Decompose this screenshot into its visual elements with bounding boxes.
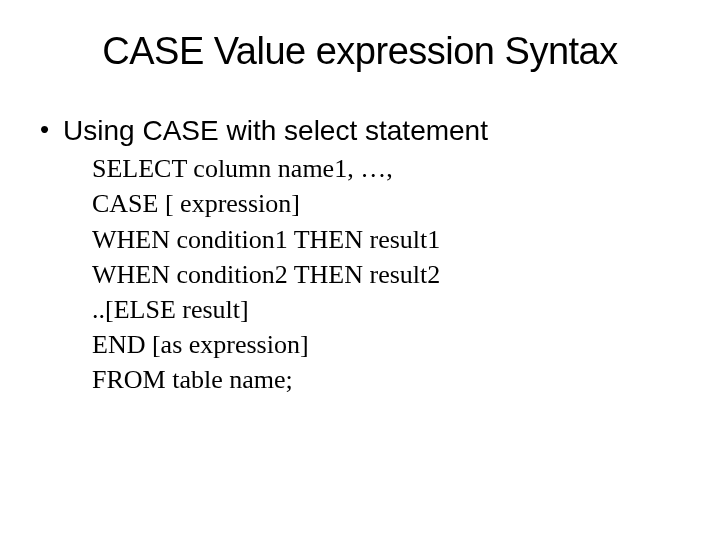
slide-title: CASE Value expression Syntax <box>50 30 670 73</box>
bullet-marker: • <box>40 113 49 147</box>
code-line-6: END [as expression] <box>92 327 670 362</box>
code-block: SELECT column name1, …, CASE [ expressio… <box>92 151 670 397</box>
code-line-4: WHEN condition2 THEN result2 <box>92 257 670 292</box>
code-line-2: CASE [ expression] <box>92 186 670 221</box>
bullet-text: Using CASE with select statement <box>63 113 488 149</box>
code-line-1: SELECT column name1, …, <box>92 151 670 186</box>
code-line-5: ..[ELSE result] <box>92 292 670 327</box>
slide-container: CASE Value expression Syntax • Using CAS… <box>0 0 720 417</box>
code-line-3: WHEN condition1 THEN result1 <box>92 222 670 257</box>
bullet-item: • Using CASE with select statement <box>40 113 670 149</box>
code-line-7: FROM table name; <box>92 362 670 397</box>
